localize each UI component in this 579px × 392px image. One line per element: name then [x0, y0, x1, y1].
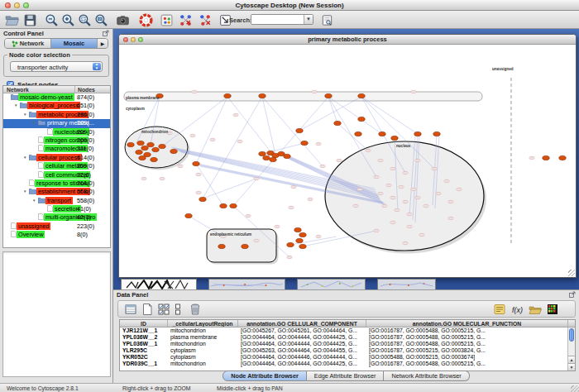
- network-node[interactable]: [193, 161, 199, 165]
- tree-row[interactable]: macromolecule311(0): [3, 145, 110, 153]
- tab-node-attribute-browser[interactable]: Node Attribute Browser: [223, 370, 307, 381]
- network-node[interactable]: [287, 242, 294, 246]
- scrollbar-thumb[interactable]: [569, 328, 574, 342]
- network-node[interactable]: [325, 93, 332, 98]
- background-window-2[interactable]: [297, 279, 366, 289]
- zoom-window-button[interactable]: [23, 2, 29, 8]
- network-node[interactable]: [159, 144, 165, 148]
- network-view-window[interactable]: primary metabolic process plasma membran…: [118, 34, 577, 278]
- zoom-selected-icon[interactable]: [78, 13, 92, 27]
- network-node[interactable]: [136, 150, 142, 154]
- network-canvas[interactable]: plasma membranecytoplasmmitochondrionnuc…: [120, 45, 577, 277]
- layout-icon-2[interactable]: [199, 13, 213, 27]
- table-row[interactable]: YPL036W__1mitochondrion[GO:0044464, GO:0…: [120, 341, 575, 347]
- network-node[interactable]: [296, 238, 303, 242]
- network-node[interactable]: [299, 244, 306, 248]
- zoom-out-icon[interactable]: [45, 13, 59, 27]
- tab-network[interactable]: Network: [5, 39, 51, 48]
- network-node[interactable]: [127, 142, 134, 146]
- network-node[interactable]: [147, 142, 154, 146]
- tree-row[interactable]: ▼cellular process614(0): [3, 154, 110, 162]
- scroll-up-button[interactable]: ▲: [568, 356, 575, 363]
- network-node[interactable]: [543, 155, 549, 160]
- tree-row[interactable]: nucleobase-209(0): [3, 128, 110, 136]
- network-node[interactable]: [141, 146, 148, 150]
- close-icon[interactable]: [123, 37, 128, 42]
- snapshot-camera-icon[interactable]: [116, 13, 130, 27]
- network-node[interactable]: [230, 203, 237, 208]
- table-column-header[interactable]: annotation.GO MOLECULAR_FUNCTION: [366, 320, 568, 327]
- tree-row[interactable]: cell communicat22(0): [3, 171, 110, 179]
- maximize-icon[interactable]: [138, 37, 143, 42]
- open-file-icon[interactable]: [5, 13, 19, 27]
- tab-overflow-arrow[interactable]: ▶: [98, 39, 108, 48]
- tree-row[interactable]: ▼metabolic process280(0): [3, 111, 110, 119]
- tree-row[interactable]: ▼establishment of lo558(0): [3, 188, 110, 196]
- tree-row[interactable]: nitrogen compo209(0): [3, 136, 110, 145]
- network-node[interactable]: [259, 151, 266, 155]
- table-column-header[interactable]: annotation.GO CELLULAR_COMPONENT: [238, 320, 366, 327]
- expand-arrow-icon[interactable]: ▼: [23, 111, 29, 119]
- plasma-membrane-region[interactable]: [124, 92, 482, 101]
- tree-header[interactable]: Network Nodes: [3, 86, 110, 93]
- import-attributes-icon[interactable]: [529, 303, 542, 316]
- table-column-header[interactable]: ID: [120, 320, 168, 327]
- app-resize-grip[interactable]: [571, 385, 579, 392]
- network-node[interactable]: [296, 128, 303, 132]
- expand-arrow-icon[interactable]: ▼: [14, 102, 20, 110]
- tree-row[interactable]: multi-organism pro42(0): [3, 213, 110, 222]
- background-window-3[interactable]: [377, 279, 436, 289]
- network-node[interactable]: [151, 157, 157, 161]
- tab-edge-attribute-browser[interactable]: Edge Attribute Browser: [307, 370, 385, 381]
- tree-row[interactable]: Overview8(0): [3, 231, 110, 239]
- search-input[interactable]: [252, 15, 304, 24]
- network-node[interactable]: [358, 117, 365, 121]
- float-panel-icon[interactable]: [569, 291, 576, 298]
- table-column-header[interactable]: _cellularLayoutRegion: [168, 320, 238, 327]
- network-node[interactable]: [414, 131, 421, 136]
- network-node[interactable]: [152, 147, 159, 151]
- annotation-icon[interactable]: [160, 13, 174, 27]
- window-titlebar[interactable]: Cytoscape Desktop (New Session): [0, 0, 579, 11]
- table-header-row[interactable]: ID_cellularLayoutRegionannotation.GO CEL…: [120, 320, 575, 327]
- column-divider[interactable]: [74, 86, 75, 93]
- delete-attribute-icon[interactable]: [189, 303, 202, 316]
- network-node[interactable]: [242, 244, 248, 248]
- table-row[interactable]: YLR295Ccytoplasm[GO:0045263, GO:0044464,…: [120, 347, 575, 354]
- background-window-1[interactable]: [208, 279, 285, 289]
- tree-row[interactable]: response to stimulu264(0): [3, 179, 110, 188]
- birdseye-view[interactable]: [2, 251, 111, 377]
- window-resize-grip[interactable]: [568, 270, 575, 276]
- select-attributes-icon[interactable]: [124, 303, 137, 316]
- tree-row[interactable]: ▼biological_process651(0): [3, 102, 110, 110]
- network-node[interactable]: [263, 155, 270, 160]
- network-node[interactable]: [139, 155, 146, 160]
- network-node[interactable]: [170, 149, 177, 153]
- table-row[interactable]: YDR039C__1mitochondrion[GO:0044464, GO:0…: [120, 361, 575, 367]
- table-row[interactable]: YJR121W__1mitochondrion[GO:0045267, GO:0…: [120, 327, 575, 334]
- network-node[interactable]: [294, 227, 301, 232]
- network-node[interactable]: [137, 141, 144, 145]
- table-scrollbar[interactable]: ▲ ▼: [567, 327, 575, 370]
- network-node[interactable]: [284, 154, 290, 158]
- network-node[interactable]: [301, 141, 308, 145]
- network-node[interactable]: [218, 244, 225, 248]
- tree-row[interactable]: cellular metabo209(0): [3, 162, 110, 170]
- expand-arrow-icon[interactable]: ▼: [32, 197, 38, 205]
- save-session-icon[interactable]: [23, 13, 37, 27]
- network-node[interactable]: [259, 93, 266, 98]
- network-node[interactable]: [224, 93, 231, 98]
- close-button[interactable]: [5, 2, 11, 8]
- expand-arrow-icon[interactable]: ▼: [32, 119, 38, 127]
- network-node[interactable]: [270, 157, 276, 161]
- network-node[interactable]: [358, 93, 365, 98]
- tree-row[interactable]: ▼primary metabo209(...: [3, 119, 110, 127]
- network-node[interactable]: [559, 155, 566, 160]
- scroll-down-button[interactable]: ▼: [568, 363, 575, 370]
- network-node[interactable]: [355, 131, 361, 136]
- node-color-dropdown[interactable]: transporter activity ▲▼: [10, 61, 103, 72]
- network-window-titlebar[interactable]: primary metabolic process: [119, 35, 576, 45]
- select-all-attributes-icon[interactable]: [157, 303, 170, 316]
- tree-row[interactable]: unassigned223(0): [3, 222, 110, 231]
- tree-row[interactable]: ▼transport558(0): [3, 197, 110, 205]
